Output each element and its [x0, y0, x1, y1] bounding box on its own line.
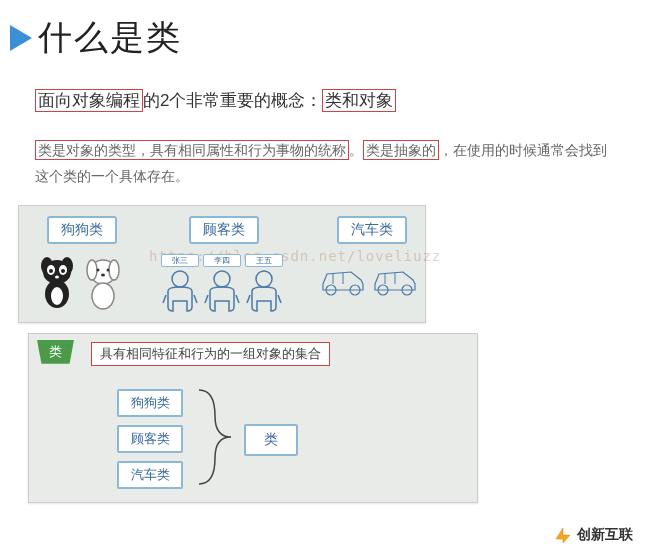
svg-line-22	[236, 295, 239, 303]
class-item-car: 汽车类	[117, 461, 183, 489]
svg-point-13	[97, 268, 100, 271]
text-period: 。	[349, 142, 363, 158]
dog-class-label: 狗狗类	[47, 216, 117, 244]
person-icon-1	[161, 269, 199, 315]
logo: 创新互联	[553, 525, 633, 545]
person-3-name: 王五	[245, 254, 283, 267]
svg-point-9	[51, 287, 63, 305]
class-aggregation-diagram: 类 具有相同特征和行为的一组对象的集合 狗狗类 顾客类 汽车类 类	[28, 333, 478, 503]
person-1-name: 张三	[161, 254, 199, 267]
highlight-abstract: 类是抽象的	[363, 140, 439, 160]
svg-point-5	[49, 269, 53, 273]
svg-point-11	[87, 260, 97, 280]
class-definition: 具有相同特征和行为的一组对象的集合	[91, 342, 330, 366]
cars-row	[319, 262, 419, 298]
person-1: 张三	[161, 254, 199, 319]
person-2-name: 李四	[203, 254, 241, 267]
class-tag: 类	[37, 340, 74, 364]
people-row: 张三 李四 王五	[161, 254, 283, 319]
svg-point-16	[92, 283, 114, 309]
definition-paragraph: 类是对象的类型，具有相同属性和行为事物的统称。类是抽象的，在使用的时候通常会找到…	[0, 127, 648, 200]
class-item-dog: 狗狗类	[117, 389, 183, 417]
dogs-row	[37, 254, 123, 310]
dog-icon-2	[83, 254, 123, 310]
logo-icon	[553, 525, 573, 545]
svg-point-14	[107, 268, 110, 271]
svg-point-20	[214, 271, 230, 287]
svg-point-23	[256, 271, 272, 287]
header: 什么是类	[0, 0, 648, 71]
svg-point-12	[109, 260, 119, 280]
svg-line-18	[163, 295, 166, 303]
class-list: 狗狗类 顾客类 汽车类	[117, 389, 183, 497]
svg-point-15	[101, 273, 105, 276]
intro-paragraph: 面向对象编程的2个非常重要的概念：类和对象	[0, 71, 648, 127]
car-class-label: 汽车类	[337, 216, 407, 244]
highlight-def1: 类是对象的类型，具有相同属性和行为事物的统称	[35, 140, 349, 160]
class-result: 类	[244, 424, 298, 456]
dog-icon-1	[37, 254, 77, 310]
svg-point-6	[61, 269, 65, 273]
svg-line-19	[194, 295, 197, 303]
page-title: 什么是类	[38, 15, 182, 61]
svg-line-21	[205, 295, 208, 303]
svg-point-17	[172, 271, 188, 287]
person-icon-3	[245, 269, 283, 315]
class-item-customer: 顾客类	[117, 425, 183, 453]
triangle-icon	[10, 25, 32, 51]
person-3: 王五	[245, 254, 283, 319]
bracket-icon	[195, 386, 235, 488]
highlight-class-object: 类和对象	[322, 89, 396, 112]
person-2: 李四	[203, 254, 241, 319]
highlight-oop: 面向对象编程	[35, 89, 143, 112]
svg-line-25	[278, 295, 281, 303]
logo-text: 创新互联	[577, 526, 633, 544]
car-icon-1	[319, 262, 367, 298]
customer-class-label: 顾客类	[189, 216, 259, 244]
svg-line-24	[247, 295, 250, 303]
text-middle: 的2个非常重要的概念：	[143, 91, 322, 110]
class-examples-diagram: 狗狗类 顾客类 汽车类 https://blog.csdn.net/loveli…	[18, 205, 426, 323]
car-icon-2	[371, 262, 419, 298]
svg-point-7	[55, 275, 59, 278]
person-icon-2	[203, 269, 241, 315]
